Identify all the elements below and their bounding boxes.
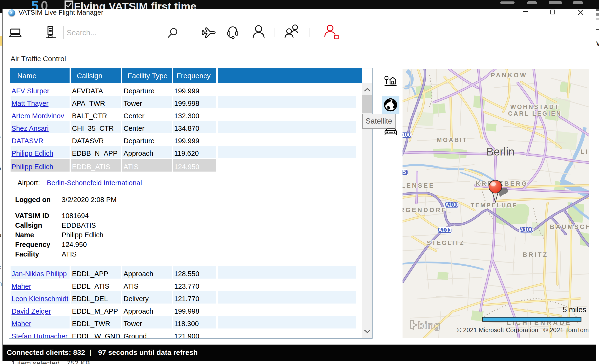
svg-text:A100: A100: [445, 202, 458, 208]
svg-text:bing: bing: [418, 320, 441, 331]
svg-text:LICHTE: LICHTE: [581, 148, 589, 155]
svg-text:5: 5: [403, 169, 406, 175]
svg-text:© 2021 TomTom: © 2021 TomTom: [543, 326, 589, 334]
svg-text:100: 100: [403, 132, 411, 138]
svg-text:5 miles: 5 miles: [563, 305, 586, 314]
svg-text:BAUMSCHUL: BAUMSCHUL: [550, 223, 589, 230]
svg-text:PANKOW: PANKOW: [491, 71, 528, 79]
svg-text:CARL LEGIEN: CARL LEGIEN: [508, 110, 562, 117]
svg-text:© 2021 Microsoft Corporation: © 2021 Microsoft Corporation: [457, 326, 538, 334]
svg-text:MOABIT: MOABIT: [437, 136, 468, 143]
svg-text:ALENSEE: ALENSEE: [403, 182, 435, 189]
svg-text:BRITZ: BRITZ: [523, 251, 548, 258]
svg-text:ARGENDORF: ARGENDORF: [403, 206, 447, 213]
svg-text:A100: A100: [520, 227, 533, 233]
svg-text:TEMPELHOF: TEMPELHOF: [471, 202, 517, 209]
svg-text:Berlin: Berlin: [486, 145, 515, 158]
svg-text:STEGLITZ: STEGLITZ: [427, 240, 465, 246]
svg-text:WOHNSTADT: WOHNSTADT: [510, 103, 560, 110]
svg-text:A103: A103: [438, 227, 451, 233]
